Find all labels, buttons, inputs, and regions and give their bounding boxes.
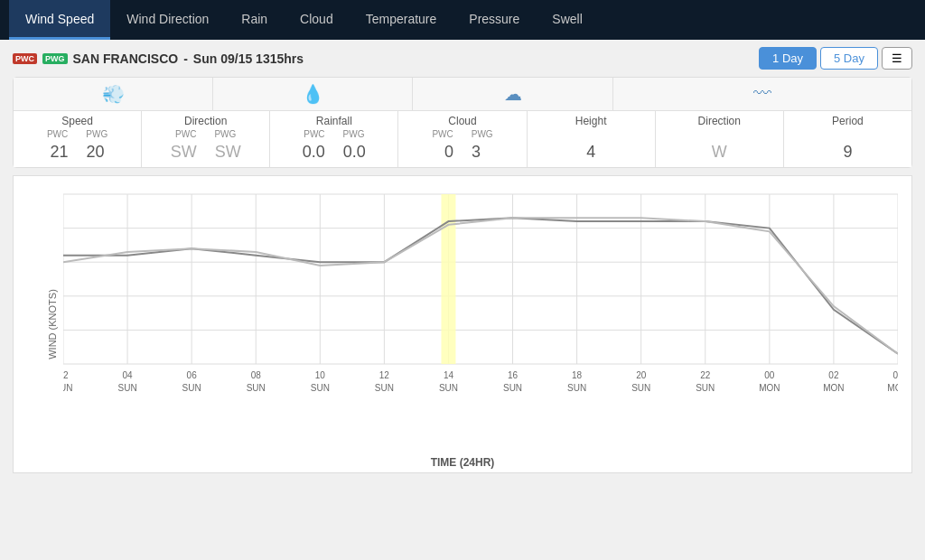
location-datetime: Sun 09/15 1315hrs: [193, 51, 304, 66]
col-speed-subheaders: PWCPWG: [14, 129, 141, 139]
five-day-button[interactable]: 5 Day: [820, 47, 878, 70]
svg-rect-21: [441, 194, 455, 364]
top-navigation: Wind Speed Wind Direction Rain Cloud Tem…: [0, 0, 925, 40]
svg-text:SUN: SUN: [247, 383, 266, 393]
pwc-badge: PWC: [13, 53, 37, 64]
wind-dir-pwg: SW: [215, 143, 241, 162]
svg-text:10: 10: [315, 370, 326, 380]
col-height-title: Height: [528, 115, 655, 127]
cloud-pwc: 0: [444, 143, 453, 162]
col-cloud: Cloud PWCPWG 0 3: [398, 111, 527, 167]
y-axis-label: WIND (KNOTS): [47, 289, 58, 359]
data-table-headers: Speed PWCPWG 21 20 Direction PWCPWG SW S…: [14, 111, 911, 167]
speed-pwg: 20: [87, 143, 105, 162]
cloud-icon: ☁: [413, 78, 612, 110]
wind-icon: 💨: [14, 78, 213, 110]
speed-pwc: 21: [51, 143, 69, 162]
col-period-value: 9: [784, 139, 911, 165]
svg-text:16: 16: [508, 370, 519, 380]
svg-text:02: 02: [828, 370, 839, 380]
svg-text:12: 12: [379, 370, 390, 380]
col-rainfall-title: Rainfall: [270, 115, 397, 127]
col-rainfall-values: 0.0 0.0: [270, 139, 397, 165]
col-period-title: Period: [784, 115, 911, 127]
svg-text:04: 04: [123, 370, 134, 380]
col-speed: Speed PWCPWG 21 20: [14, 111, 142, 167]
svg-text:SUN: SUN: [567, 383, 586, 393]
col-swell-direction-value: W: [656, 139, 783, 165]
tab-rain[interactable]: Rain: [225, 0, 284, 40]
svg-text:18: 18: [572, 370, 583, 380]
pwg-badge: PWG: [42, 53, 68, 64]
cloud-pwg: 3: [472, 143, 481, 162]
col-period-subheaders: -: [784, 129, 911, 139]
col-wind-direction-values: SW SW: [142, 139, 269, 165]
svg-text:08: 08: [251, 370, 262, 380]
tab-temperature[interactable]: Temperature: [350, 0, 453, 40]
col-height: Height - 4: [528, 111, 656, 167]
svg-text:SUN: SUN: [503, 383, 522, 393]
wind-dir-pwc: SW: [171, 143, 197, 162]
col-rainfall: Rainfall PWCPWG 0.0 0.0: [270, 111, 398, 167]
svg-text:SUN: SUN: [63, 383, 73, 393]
svg-text:20: 20: [636, 370, 647, 380]
x-axis-label: TIME (24HR): [431, 456, 495, 469]
svg-text:SUN: SUN: [439, 383, 458, 393]
header-row: PWC PWG SAN FRANCISCO - Sun 09/15 1315hr…: [0, 40, 925, 77]
svg-text:04: 04: [892, 370, 898, 380]
col-cloud-values: 0 3: [398, 139, 526, 165]
period-val: 9: [843, 143, 852, 162]
col-cloud-subheaders: PWCPWG: [398, 129, 526, 139]
svg-text:SUN: SUN: [311, 383, 330, 393]
location-date: -: [183, 51, 188, 66]
location-name: SAN FRANCISCO: [73, 51, 179, 66]
day-buttons: 1 Day 5 Day ☰: [759, 47, 912, 70]
wave-icon: 〰: [613, 78, 911, 110]
swell-dir-val: W: [712, 143, 727, 162]
col-period: Period - 9: [784, 111, 911, 167]
location-info: PWC PWG SAN FRANCISCO - Sun 09/15 1315hr…: [13, 51, 304, 66]
svg-text:06: 06: [187, 370, 198, 380]
svg-text:14: 14: [444, 370, 454, 380]
chart-svg: 0510152025 02SUN04SUN06SUN08SUN10SUN12SU…: [63, 185, 898, 409]
col-wind-direction-title: Direction: [142, 115, 269, 127]
rainfall-pwc: 0.0: [303, 143, 325, 162]
tab-cloud[interactable]: Cloud: [284, 0, 350, 40]
col-swell-direction-title: Direction: [656, 115, 783, 127]
data-table-icons: 💨 💧 ☁ 〰: [14, 78, 911, 111]
svg-text:MON: MON: [887, 383, 898, 393]
tab-wind-speed[interactable]: Wind Speed: [9, 0, 110, 40]
svg-text:22: 22: [700, 370, 711, 380]
svg-text:MON: MON: [759, 383, 780, 393]
svg-text:MON: MON: [823, 383, 844, 393]
data-table: 💨 💧 ☁ 〰 Speed PWCPWG 21 20 Direction PWC…: [13, 77, 912, 168]
col-swell-direction: Direction - W: [656, 111, 784, 167]
col-speed-values: 21 20: [14, 139, 141, 165]
tab-pressure[interactable]: Pressure: [453, 0, 536, 40]
col-cloud-title: Cloud: [398, 115, 526, 127]
col-wind-direction-subheaders: PWCPWG: [142, 129, 269, 139]
height-val: 4: [586, 143, 595, 162]
svg-text:SUN: SUN: [696, 383, 715, 393]
col-height-value: 4: [528, 139, 655, 165]
svg-text:SUN: SUN: [182, 383, 201, 393]
rainfall-pwg: 0.0: [343, 143, 366, 162]
col-wind-direction: Direction PWCPWG SW SW: [142, 111, 270, 167]
col-swell-direction-subheaders: -: [656, 129, 783, 139]
svg-text:SUN: SUN: [375, 383, 394, 393]
col-rainfall-subheaders: PWCPWG: [270, 129, 397, 139]
svg-text:00: 00: [764, 370, 775, 380]
tab-swell[interactable]: Swell: [536, 0, 598, 40]
one-day-button[interactable]: 1 Day: [759, 47, 817, 70]
tab-wind-direction[interactable]: Wind Direction: [110, 0, 225, 40]
svg-text:SUN: SUN: [631, 383, 650, 393]
menu-button[interactable]: ☰: [882, 47, 912, 70]
svg-text:02: 02: [63, 370, 69, 380]
wind-speed-chart[interactable]: WIND (KNOTS) TIME (24HR) 0510152025 02SU…: [13, 175, 912, 473]
svg-text:SUN: SUN: [118, 383, 137, 393]
rain-icon: 💧: [213, 78, 413, 110]
col-speed-title: Speed: [14, 115, 141, 127]
col-height-subheaders: -: [528, 129, 655, 139]
